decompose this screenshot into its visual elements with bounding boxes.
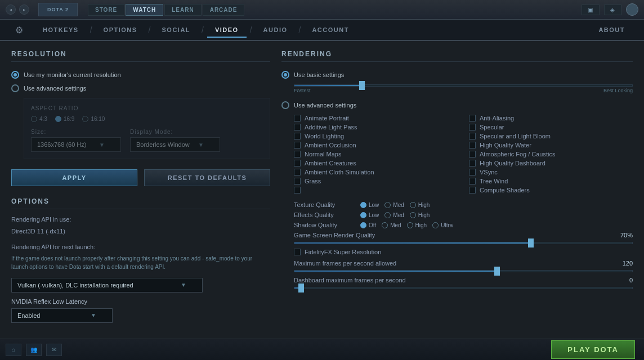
dashboard-frames-slider[interactable] [294,287,633,289]
checkbox-tree-wind-box[interactable] [469,178,476,184]
checkbox-ambient-occlusion[interactable]: Ambient Occlusion [294,142,458,148]
aspect-radio-4-3[interactable] [31,116,37,122]
nav-social[interactable]: SOCIAL [154,23,198,37]
shadow-med[interactable]: Med [382,222,401,228]
checkbox-animate-portrait-box[interactable] [294,115,301,122]
notifications-button[interactable]: ◈ [604,4,621,15]
effects-high-radio[interactable] [410,212,416,218]
advanced-settings-option[interactable]: Use advanced settings [281,101,633,109]
display-mode-dropdown[interactable]: Borderless Window ▼ [130,137,220,152]
effects-high[interactable]: High [410,212,430,218]
nav-options[interactable]: OPTIONS [96,23,145,37]
nav-about[interactable]: ABOUT [591,23,633,37]
texture-high[interactable]: High [410,202,430,208]
checkbox-high-quality-dashboard[interactable]: High Quality Dashboard [469,160,633,166]
checkbox-compute-shaders-box[interactable] [469,187,476,194]
resolution-radio-1[interactable] [11,71,19,79]
texture-high-radio[interactable] [410,202,416,208]
checkbox-anti-aliasing[interactable]: Anti-Aliasing [469,115,633,122]
tab-store[interactable]: STORE [88,4,124,16]
checkbox-grass[interactable]: Grass [294,178,458,184]
checkbox-specular-box[interactable] [469,124,476,130]
max-frames-thumb[interactable] [494,267,500,276]
basic-settings-radio[interactable] [281,71,289,79]
fidelity-checkbox[interactable] [294,249,301,255]
home-icon-btn[interactable]: ⌂ [6,344,21,356]
resolution-radio-2[interactable] [11,84,19,92]
texture-low-radio[interactable] [360,202,366,208]
shadow-off-radio[interactable] [360,222,366,228]
checkbox-high-quality-water[interactable]: High Quality Water [469,142,633,148]
shadow-high-radio[interactable] [407,222,413,228]
checkbox-ambient-occlusion-box[interactable] [294,142,301,148]
nvidia-dropdown[interactable]: Enabled ▼ [11,308,113,323]
checkbox-additive-light[interactable]: Additive Light Pass [294,124,458,130]
apply-button[interactable]: APPLY [11,169,137,186]
shadow-ultra[interactable]: Ultra [432,222,453,228]
resolution-option-2[interactable]: Use advanced settings [11,84,270,92]
forward-button[interactable]: ▸ [19,4,29,15]
aspect-16-9[interactable]: 16:9 [55,116,74,122]
checkbox-world-lighting[interactable]: World Lighting [294,133,458,140]
checkbox-specular-bloom[interactable]: Specular and Light Bloom [469,133,633,140]
checkbox-compute-shaders[interactable]: Compute Shaders [469,187,633,194]
checkbox-vsync-box[interactable] [469,169,476,176]
checkbox-atmospheric-fog-box[interactable] [469,151,476,158]
friends-icon-btn[interactable]: 👥 [26,344,42,356]
aspect-radio-16-9[interactable] [55,116,61,122]
effects-med[interactable]: Med [384,212,404,218]
nav-hotkeys[interactable]: HOTKEYS [35,23,87,37]
checkbox-vsync[interactable]: VSync [469,169,633,176]
size-dropdown[interactable]: 1366x768 (60 Hz) ▼ [31,137,121,152]
shadow-off[interactable]: Off [360,222,376,228]
aspect-radio-16-10[interactable] [82,116,88,122]
checkbox-ambient-cloth[interactable]: Ambient Cloth Simulation [294,169,458,176]
shadow-med-radio[interactable] [382,222,388,228]
back-button[interactable]: ◂ [6,4,16,15]
aspect-16-10[interactable]: 16:10 [82,116,105,122]
checkbox-tree-wind[interactable]: Tree Wind [469,178,633,184]
checkbox-world-lighting-box[interactable] [294,133,301,140]
checkbox-normal-maps[interactable]: Normal Maps [294,151,458,158]
effects-low[interactable]: Low [360,212,379,218]
checkbox-atmospheric-fog[interactable]: Atmospheric Fog / Caustics [469,151,633,158]
basic-settings-option[interactable]: Use basic settings [281,71,633,79]
nav-account[interactable]: ACCOUNT [304,23,357,37]
advanced-settings-radio[interactable] [281,101,289,109]
shadow-ultra-radio[interactable] [432,222,439,228]
checkbox-grass-box[interactable] [294,178,301,184]
checkbox-anti-aliasing-box[interactable] [469,115,476,122]
tab-arcade[interactable]: ARCADE [203,4,245,16]
checkbox-specular-bloom-box[interactable] [469,133,476,140]
play-dota-button[interactable]: PLAY DOTA [551,340,635,359]
effects-med-radio[interactable] [384,212,391,218]
shadow-high[interactable]: High [407,222,427,228]
checkbox-high-quality-dashboard-box[interactable] [469,160,476,166]
texture-med-radio[interactable] [384,202,391,208]
slider-thumb[interactable] [359,81,365,90]
user-avatar[interactable] [626,3,638,16]
checkbox-ambient-creatures[interactable]: Ambient Creatures [294,160,458,166]
friends-button[interactable]: ▣ [582,4,600,15]
checkbox-additive-light-box[interactable] [294,124,301,130]
nav-video[interactable]: VIDEO [207,23,247,37]
checkbox-ambient-creatures-box[interactable] [294,160,301,166]
tab-watch[interactable]: WATCH [126,4,163,16]
game-screen-render-thumb[interactable] [528,238,534,248]
checkbox-animate-portrait[interactable]: Animate Portrait [294,115,458,122]
tab-learn[interactable]: LEARN [164,4,201,16]
dashboard-frames-thumb[interactable] [298,284,304,292]
reset-button[interactable]: RESET TO DEFAULTS [144,169,270,186]
checkbox-specular[interactable]: Specular [469,124,633,130]
checkbox-high-quality-water-box[interactable] [469,142,476,148]
checkbox-ambient-cloth-box[interactable] [294,169,301,176]
nav-audio[interactable]: AUDIO [256,23,296,37]
texture-med[interactable]: Med [384,202,404,208]
vulkan-dropdown[interactable]: Vulkan (-vulkan), DLC installation requi… [11,278,203,292]
aspect-4-3[interactable]: 4:3 [31,116,47,122]
effects-low-radio[interactable] [360,212,366,218]
texture-low[interactable]: Low [360,202,379,208]
max-frames-slider[interactable] [294,270,633,272]
game-screen-render-slider[interactable] [294,242,633,244]
resolution-option-1[interactable]: Use my monitor's current resolution [11,71,270,79]
